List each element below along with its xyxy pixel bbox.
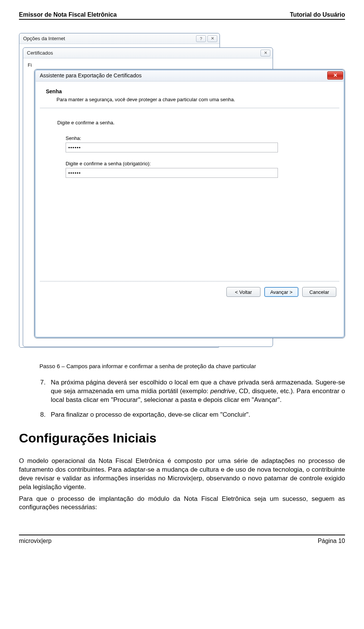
title-wizard: Assistente para Exportação de Certificad… — [40, 72, 141, 78]
close-button[interactable]: ✕ — [327, 71, 343, 80]
wizard-header: Senha Para manter a segurança, você deve… — [35, 82, 345, 108]
title-internet-options: Opções da Internet — [23, 36, 65, 41]
next-button[interactable]: Avançar > — [264, 287, 298, 297]
footer-left: microvix|erp — [19, 538, 52, 544]
header-right: Tutorial do Usuário — [290, 11, 345, 18]
header-left: Emissor de Nota Fiscal Eletrônica — [19, 11, 117, 18]
figure-caption: Passo 6 – Campos para informar e confirm… — [39, 363, 345, 369]
close-icon[interactable]: ✕ — [260, 50, 270, 56]
document-footer: microvix|erp Página 10 — [19, 535, 345, 544]
password-label: Senha: — [66, 135, 333, 141]
close-icon[interactable]: ✕ — [207, 35, 217, 42]
titlebar-wizard: Assistente para Exportação de Certificad… — [35, 69, 345, 82]
wizard-instruction: Digite e confirme a senha. — [57, 120, 333, 125]
titlebar-buttons: ? ✕ — [196, 35, 217, 42]
document-header: Emissor de Nota Fiscal Eletrônica Tutori… — [19, 11, 345, 20]
footer-right: Página 10 — [318, 538, 345, 544]
confirm-password-input[interactable] — [66, 168, 278, 178]
step-text-italic: pendrive — [210, 387, 235, 395]
step-text: Para finalizar o processo de exportação,… — [51, 411, 250, 418]
password-input[interactable] — [66, 143, 278, 152]
screenshot-composite: Opções da Internet ? ✕ Certificados ✕ Fi… — [19, 33, 345, 351]
paragraph: Para que o processo de implantação do mó… — [19, 495, 345, 512]
wizard-body: Digite e confirme a senha. Senha: Digite… — [35, 108, 345, 190]
back-button[interactable]: < Voltar — [226, 287, 260, 297]
confirm-password-label: Digite e confirme a senha (obrigatório): — [66, 161, 333, 166]
titlebar-buttons: ✕ — [260, 50, 270, 56]
step-number: 8. — [40, 411, 51, 419]
section-body: O modelo operacional da Nota Fiscal Elet… — [19, 457, 345, 512]
titlebar-certificates: Certificados ✕ — [23, 48, 273, 58]
numbered-steps: 7.Na próxima página deverá ser escolhido… — [19, 378, 345, 419]
password-row: Senha: — [66, 135, 333, 152]
paragraph: O modelo operacional da Nota Fiscal Elet… — [19, 457, 345, 492]
titlebar-internet-options: Opções da Internet ? ✕ — [19, 33, 220, 44]
confirm-password-row: Digite e confirme a senha (obrigatório): — [66, 161, 333, 178]
help-icon[interactable]: ? — [196, 35, 206, 42]
title-certificates: Certificados — [27, 50, 53, 56]
wizard-step-title: Senha — [46, 88, 333, 94]
wizard-step-subtitle: Para manter a segurança, você deve prote… — [56, 97, 333, 102]
cancel-button[interactable]: Cancelar — [302, 287, 336, 297]
step-number: 7. — [40, 378, 51, 387]
step-8: 8.Para finalizar o processo de exportaçã… — [40, 411, 345, 419]
section-heading: Configurações Iniciais — [19, 431, 345, 445]
step-7: 7.Na próxima página deverá ser escolhido… — [40, 378, 345, 405]
wizard-button-row: < Voltar Avançar > Cancelar — [35, 282, 345, 297]
window-export-wizard: Assistente para Exportação de Certificad… — [34, 69, 345, 338]
